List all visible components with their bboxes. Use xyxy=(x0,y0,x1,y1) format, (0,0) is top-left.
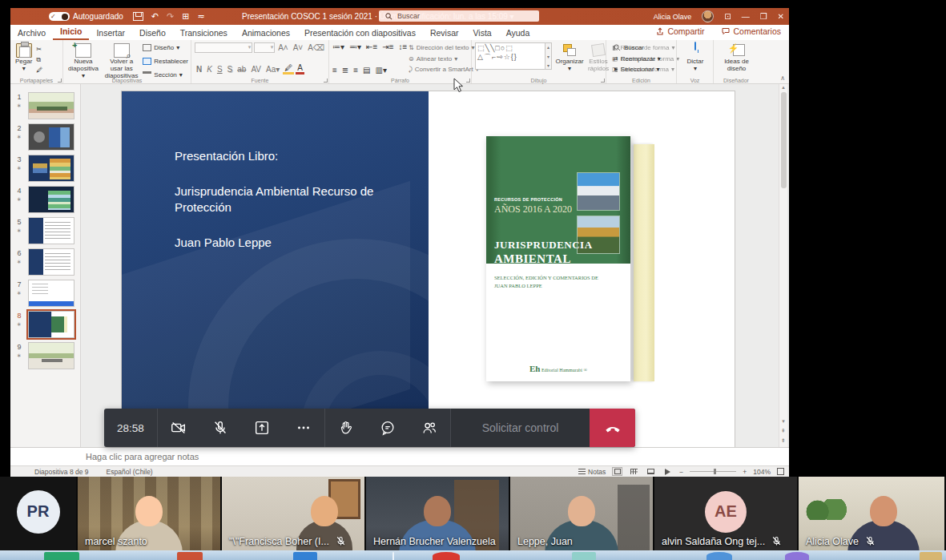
user-avatar[interactable] xyxy=(702,10,714,22)
highlight-color-button[interactable]: 🖉 xyxy=(283,63,294,75)
autosave-toggle[interactable]: ✓ Autoguardado xyxy=(49,12,123,21)
collapse-ribbon-icon[interactable]: ∧ xyxy=(780,75,785,82)
outdent-button[interactable]: ⇤≡ xyxy=(366,42,377,51)
slide-thumbnail-2[interactable]: 2∗ xyxy=(10,123,80,151)
grow-font-icon[interactable]: A˄ xyxy=(276,43,290,52)
smartart-button[interactable]: ⤸ Convertir a SmartArt ▾ xyxy=(409,64,479,75)
mic-off-button[interactable] xyxy=(199,409,241,447)
close-button[interactable]: ✕ xyxy=(778,12,784,21)
hangup-button[interactable] xyxy=(590,409,635,447)
slide-thumbnail-8-selected[interactable]: 8∗ xyxy=(10,311,80,338)
copy-button[interactable]: ⧉ xyxy=(36,54,42,65)
zoom-in-button[interactable]: + xyxy=(743,468,747,476)
numbering-button[interactable]: ≕▾ xyxy=(349,42,361,51)
participant-tile-pr[interactable]: PR xyxy=(0,477,78,560)
camera-off-button[interactable] xyxy=(158,409,199,447)
notes-panel[interactable]: Haga clic para agregar notas xyxy=(10,447,789,465)
slide-8[interactable]: Presentación Libro: Jurisprudencia Ambie… xyxy=(122,91,735,447)
tab-diseno[interactable]: Diseño xyxy=(132,26,173,40)
indent-button[interactable]: ⇥≡ xyxy=(382,42,393,51)
reading-view-button[interactable] xyxy=(646,467,656,476)
font-name-combo[interactable] xyxy=(195,42,252,53)
reset-button[interactable]: Restablecer xyxy=(143,56,188,66)
select-button[interactable]: ➤ Seleccionar ▾ xyxy=(613,64,674,75)
dialog-launcher-icon[interactable] xyxy=(601,79,605,83)
start-slideshow-icon[interactable]: ⊞ xyxy=(182,12,189,21)
new-slide-button[interactable]: Nueva diapositiva▾ xyxy=(66,42,100,80)
taskbar-icon[interactable] xyxy=(920,552,942,560)
slide-thumbnail-4[interactable]: 4∗ xyxy=(10,186,80,213)
more-actions-button[interactable] xyxy=(283,409,324,447)
arrange-button[interactable]: Organizar▾ xyxy=(554,42,585,75)
change-case-button[interactable]: Aa▾ xyxy=(264,65,281,74)
tab-revisar[interactable]: Revisar xyxy=(423,26,466,40)
taskbar-icon[interactable] xyxy=(706,552,732,560)
customize-qat-icon[interactable]: ≂ xyxy=(198,12,205,21)
zoom-level[interactable]: 104% xyxy=(753,468,771,476)
redo-icon[interactable]: ↷ xyxy=(167,12,174,21)
scrollbar-thumb[interactable] xyxy=(781,92,787,188)
tab-animaciones[interactable]: Animaciones xyxy=(235,26,297,40)
strikethrough-button[interactable]: ab xyxy=(235,65,248,74)
tab-insertar[interactable]: Insertar xyxy=(89,26,132,40)
replace-button[interactable]: ⇄ Reemplazar ▾ xyxy=(613,54,674,64)
scroll-down-icon[interactable]: ▾ xyxy=(782,418,785,425)
undo-icon[interactable]: ↶ xyxy=(151,12,159,21)
scroll-up-icon[interactable]: ▴ xyxy=(782,84,785,91)
participant-tile-marcel[interactable]: marcel szanto xyxy=(78,477,222,560)
user-name[interactable]: Alicia Olave xyxy=(654,13,692,21)
save-icon[interactable] xyxy=(133,12,143,21)
find-button[interactable]: Buscar xyxy=(613,42,674,53)
comments-button[interactable]: Comentarios xyxy=(717,26,786,37)
text-shadow-button[interactable]: S xyxy=(226,65,235,74)
format-painter-button[interactable]: 🖉 xyxy=(36,65,42,75)
design-ideas-button[interactable]: Ideas de diseño xyxy=(717,42,756,74)
fit-to-window-button[interactable] xyxy=(777,468,784,475)
tab-inicio[interactable]: Inicio xyxy=(53,25,89,40)
tab-archivo[interactable]: Archivo xyxy=(10,26,53,40)
align-right-button[interactable]: ≡ xyxy=(353,66,358,75)
tab-ayuda[interactable]: Ayuda xyxy=(499,26,537,40)
slide-thumbnail-7[interactable]: 7∗ xyxy=(10,280,80,307)
columns-button[interactable]: ▥▾ xyxy=(376,66,387,75)
language-selector[interactable]: Español (Chile) xyxy=(107,468,153,476)
autosave-switch-icon[interactable]: ✓ xyxy=(49,12,70,21)
bold-button[interactable]: N xyxy=(195,65,203,74)
dialog-launcher-icon[interactable] xyxy=(58,79,62,83)
taskbar-icon[interactable] xyxy=(177,552,203,560)
bullets-button[interactable]: ≔▾ xyxy=(332,42,344,51)
slide-thumbnail-6[interactable]: 6∗ xyxy=(10,248,80,276)
next-slide-button[interactable]: ⇟ xyxy=(781,437,786,444)
slideshow-view-button[interactable] xyxy=(662,467,673,476)
paste-button[interactable]: Pegar▾ xyxy=(14,42,34,75)
zoom-slider[interactable] xyxy=(690,471,736,472)
normal-view-button[interactable] xyxy=(612,467,622,476)
vertical-scrollbar[interactable]: ▴ ▾ ⇞ ⇟ xyxy=(779,84,787,447)
align-left-button[interactable]: ≡ xyxy=(332,66,337,75)
slide-thumbnail-3[interactable]: 3∗ xyxy=(10,155,80,182)
taskbar-icon[interactable] xyxy=(44,552,79,560)
dialog-launcher-icon[interactable] xyxy=(324,79,328,83)
participant-tile-alvin[interactable]: AE alvin Saldaña Ong tej... xyxy=(654,477,799,560)
slide-title-text[interactable]: Presentación Libro: Jurisprudencia Ambie… xyxy=(175,149,407,249)
previous-slide-button[interactable]: ⇞ xyxy=(781,428,786,434)
shrink-font-icon[interactable]: A˅ xyxy=(292,43,305,52)
clear-format-icon[interactable]: A⌫ xyxy=(306,43,326,52)
participant-tile-alicia[interactable]: Alicia Olave xyxy=(799,477,946,560)
participant-tile-leppe[interactable]: Leppe, Juan xyxy=(510,477,654,560)
raise-hand-button[interactable] xyxy=(325,409,367,447)
shapes-gallery[interactable]: ⬚╲╲□○⬚ △⌒⌐⇨☆{} xyxy=(475,42,545,70)
align-text-button[interactable]: ⊜ Alinear texto ▾ xyxy=(409,54,479,64)
zoom-slider-handle[interactable] xyxy=(714,469,716,474)
reuse-slides-button[interactable]: Volver a usar las diapositivas xyxy=(103,42,140,80)
minimize-button[interactable]: — xyxy=(742,12,750,21)
dialog-launcher-icon[interactable] xyxy=(466,79,470,83)
ribbon-display-options-icon[interactable]: ⊡ xyxy=(724,12,731,21)
slide-thumbnail-5[interactable]: 5∗ xyxy=(10,217,80,244)
text-direction-button[interactable]: ⇅ Dirección del texto ▾ xyxy=(409,42,479,53)
restore-button[interactable]: ❐ xyxy=(760,12,767,21)
request-control-button[interactable]: Solicitar control xyxy=(451,409,590,447)
share-tray-button[interactable] xyxy=(241,409,283,447)
slide-sorter-view-button[interactable] xyxy=(629,467,639,476)
tab-transiciones[interactable]: Transiciones xyxy=(173,26,235,40)
